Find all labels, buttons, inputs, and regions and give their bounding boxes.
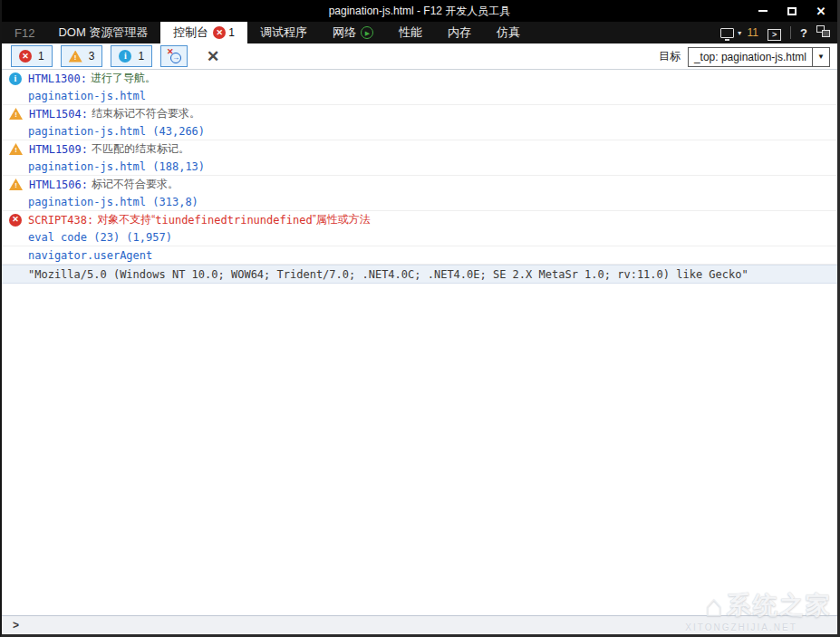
- tab-debugger[interactable]: 调试程序: [247, 22, 320, 43]
- dock-target-icon: [816, 25, 830, 37]
- play-circle-icon: ▶: [361, 26, 373, 39]
- message-text: "Mozilla/5.0 (Windows NT 10.0; WOW64; Tr…: [28, 268, 748, 281]
- warning-triangle-icon: !: [69, 51, 82, 63]
- message-text: ”属性或方法: [313, 212, 371, 227]
- message-text: 结束标记不符合要求。: [92, 106, 200, 121]
- close-icon: ✕: [816, 5, 826, 17]
- chevron-down-icon: ▼: [812, 48, 829, 66]
- tab-performance[interactable]: 性能: [386, 22, 435, 43]
- message-code: HTML1506:: [29, 179, 88, 191]
- clear-on-navigate-icon: ✕→: [167, 50, 181, 63]
- open-console-button[interactable]: >: [768, 24, 781, 41]
- console-message-input: navigator.userAgent: [2, 246, 837, 265]
- document-mode-selector[interactable]: ▼ 11: [720, 26, 758, 39]
- console-output-area[interactable]: iHTML1300:进行了导航。pagination-js.html!HTML1…: [2, 70, 837, 615]
- tabbar-right-tools: ▼ 11 > ?: [720, 22, 830, 43]
- console-message-warning: !HTML1506:标记不符合要求。pagination-js.html (31…: [2, 176, 837, 211]
- devtools-window: pagination-js.html - F12 开发人员工具 ✕ F12DOM…: [0, 0, 840, 637]
- error-circle-icon: ✕: [9, 214, 22, 227]
- tab-label: DOM 资源管理器: [58, 24, 148, 41]
- tab-console[interactable]: 控制台✕1: [160, 22, 247, 43]
- tab-label: 内存: [448, 24, 471, 41]
- message-text: tiundefinedtrinundefined: [155, 214, 312, 227]
- warning-triangle-icon: !: [9, 108, 23, 120]
- chevron-down-icon: ▼: [737, 30, 743, 36]
- target-selector-group: 目标 _top: pagination-js.html ▼: [659, 43, 830, 70]
- console-box-icon: >: [768, 29, 781, 41]
- clear-console-button[interactable]: ✕: [201, 49, 225, 64]
- console-message-info: iHTML1300:进行了导航。pagination-js.html: [2, 70, 837, 105]
- minimize-icon: [758, 10, 768, 12]
- message-code: SCRIPT438:: [28, 214, 93, 227]
- message-text: navigator.userAgent: [28, 249, 152, 262]
- console-message-warning: !HTML1509:不匹配的结束标记。pagination-js.html (1…: [2, 140, 837, 176]
- filter-warnings-count: 3: [89, 50, 95, 63]
- tab-emulation[interactable]: 仿真: [484, 22, 533, 43]
- error-circle-icon: ✕: [213, 26, 226, 39]
- info-circle-icon: i: [9, 72, 22, 85]
- help-button[interactable]: ?: [800, 26, 807, 40]
- message-source-link[interactable]: pagination-js.html (43,266): [28, 125, 205, 138]
- error-circle-icon: ✕: [19, 50, 32, 63]
- tab-label: F12: [14, 26, 34, 40]
- message-source-link[interactable]: eval code (23) (1,957): [28, 231, 172, 244]
- target-label: 目标: [659, 49, 681, 64]
- console-message-warning: !HTML1504:结束标记不符合要求。pagination-js.html (…: [2, 105, 837, 140]
- prompt-chevron-icon: >: [13, 619, 19, 632]
- message-code: HTML1509:: [29, 143, 88, 156]
- target-dropdown-value: _top: pagination-js.html: [689, 48, 812, 66]
- tab-bar: F12DOM 资源管理器控制台✕1调试程序网络▶性能内存仿真 ▼ 11 > ?: [2, 22, 837, 43]
- tab-network[interactable]: 网络▶: [320, 22, 386, 43]
- message-source-link[interactable]: pagination-js.html (188,13): [28, 160, 205, 173]
- tab-label: 仿真: [497, 24, 520, 41]
- console-message-output: "Mozilla/5.0 (Windows NT 10.0; WOW64; Tr…: [2, 265, 837, 284]
- clear-console-icon: ✕: [207, 48, 219, 65]
- console-input-row[interactable]: >: [2, 615, 837, 634]
- window-controls: ✕: [750, 0, 834, 22]
- filter-errors-count: 1: [38, 50, 44, 63]
- warning-triangle-icon: !: [9, 143, 23, 155]
- tab-error-count: 1: [228, 26, 235, 39]
- clear-on-navigate-toggle[interactable]: ✕→: [160, 45, 188, 67]
- info-circle-icon: i: [119, 50, 131, 63]
- message-source-link[interactable]: pagination-js.html: [28, 90, 146, 102]
- warning-triangle-icon: !: [9, 179, 23, 190]
- tab-label: 网络: [333, 24, 356, 41]
- toolbar-divider: [790, 26, 791, 39]
- message-text: 对象不支持“: [97, 212, 155, 227]
- minimize-button[interactable]: [750, 1, 776, 21]
- dock-target-button[interactable]: [816, 24, 830, 41]
- tab-label: 性能: [399, 24, 422, 41]
- window-title: pagination-js.html - F12 开发人员工具: [2, 4, 837, 19]
- maximize-button[interactable]: [779, 1, 805, 21]
- tab-label: 调试程序: [260, 24, 307, 41]
- message-code: HTML1504:: [29, 108, 88, 121]
- console-message-error: ✕SCRIPT438:对象不支持“tiundefinedtrinundefine…: [2, 211, 837, 246]
- filter-warnings-button[interactable]: !3: [61, 45, 103, 67]
- tab-error-badge: ✕1: [213, 26, 235, 39]
- monitor-icon: [720, 28, 734, 38]
- tab-label: 控制台: [173, 24, 208, 41]
- document-mode-value: 11: [748, 26, 758, 39]
- target-dropdown[interactable]: _top: pagination-js.html ▼: [688, 47, 830, 67]
- close-button[interactable]: ✕: [808, 1, 834, 21]
- filter-errors-button[interactable]: ✕1: [11, 45, 53, 67]
- tab-f12[interactable]: F12: [2, 22, 45, 43]
- tab-memory[interactable]: 内存: [435, 22, 484, 43]
- maximize-icon: [787, 7, 797, 15]
- message-source-link[interactable]: pagination-js.html (313,8): [28, 196, 198, 208]
- message-text: 标记不符合要求。: [92, 177, 179, 192]
- filter-info-button[interactable]: i1: [111, 45, 152, 67]
- message-text: 不匹配的结束标记。: [92, 141, 189, 157]
- console-toolbar: ✕1!3i1 ✕→ ✕ 目标 _top: pagination-js.html …: [2, 43, 837, 70]
- tab-dom-explorer[interactable]: DOM 资源管理器: [45, 22, 160, 43]
- filter-info-count: 1: [138, 50, 144, 63]
- title-bar: pagination-js.html - F12 开发人员工具 ✕: [2, 0, 837, 22]
- message-code: HTML1300:: [28, 72, 87, 85]
- message-text: 进行了导航。: [91, 71, 156, 86]
